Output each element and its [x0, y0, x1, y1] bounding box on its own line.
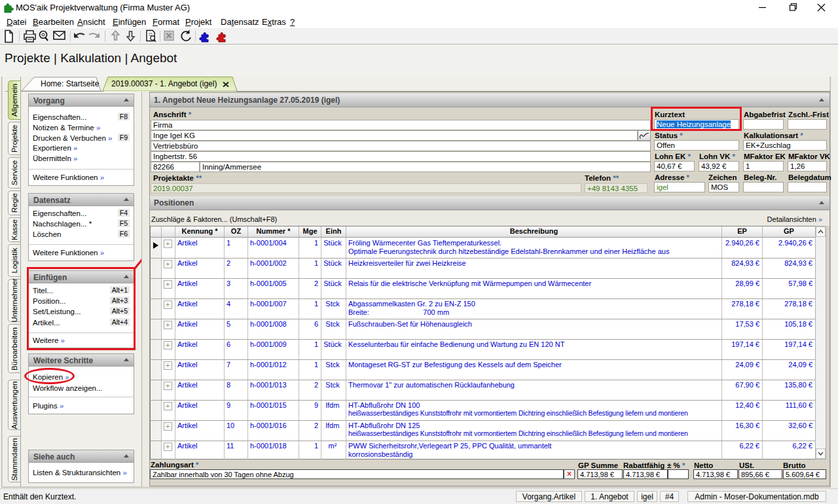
svg-text:Home: Startseite: Home: Startseite [41, 79, 100, 88]
svg-text:2019.00037 - 1. Angebot (igel): 2019.00037 - 1. Angebot (igel) [111, 79, 217, 88]
